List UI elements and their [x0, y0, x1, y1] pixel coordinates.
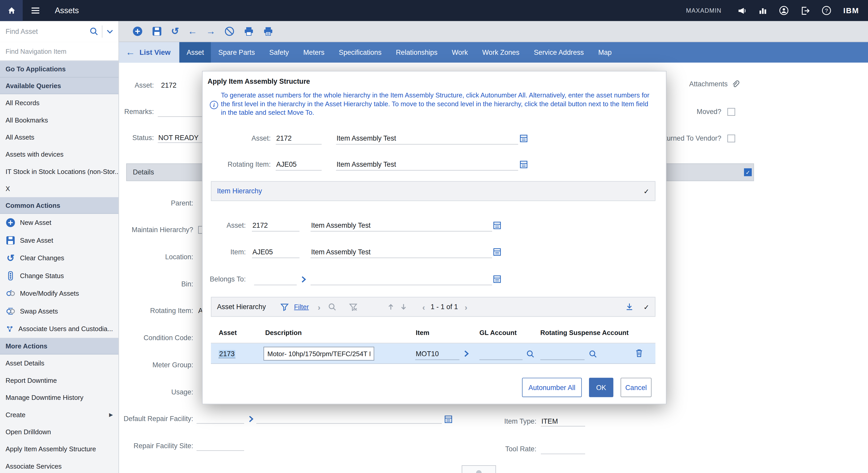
filter-button[interactable] — [280, 302, 289, 311]
advanced-search-dropdown[interactable] — [106, 27, 118, 35]
table-search-button[interactable] — [328, 302, 336, 311]
modal-asset-field[interactable] — [276, 144, 322, 145]
default-repair-facility-detail-menu[interactable] — [444, 415, 452, 423]
help-button[interactable]: ? — [822, 5, 832, 16]
row-delete-button[interactable] — [634, 348, 644, 358]
move-row-down-button[interactable] — [399, 302, 408, 311]
item-hierarchy-section-bar[interactable]: Item Hierarchy ✓ — [211, 181, 655, 201]
cancel-button[interactable]: Cancel — [621, 378, 652, 397]
col-rotating-suspense-account[interactable]: Rotating Suspense Account — [540, 329, 628, 337]
modal-rotating-item-desc-field[interactable] — [336, 170, 518, 171]
row-item-value[interactable]: MOT10 — [416, 350, 439, 358]
status-field[interactable] — [158, 142, 207, 143]
row-gl-account-lookup[interactable] — [526, 350, 535, 358]
tab-relationships[interactable]: Relationships — [389, 42, 445, 63]
tab-specifications[interactable]: Specifications — [332, 42, 389, 63]
ih-item-desc-field[interactable] — [311, 258, 492, 258]
ih-asset-detail-menu[interactable] — [493, 221, 501, 229]
moved-checkbox[interactable] — [727, 108, 735, 116]
default-repair-facility-field[interactable] — [196, 423, 244, 424]
previous-record-button[interactable]: ← — [188, 27, 197, 36]
repair-facility-site-field[interactable] — [196, 450, 244, 451]
query-all-bookmarks[interactable]: All Bookmarks — [0, 111, 119, 128]
action-swap-assets[interactable]: Swap Assets — [0, 302, 119, 320]
belongs-to-detail-arrow[interactable] — [300, 276, 307, 283]
row-gl-account-field[interactable] — [479, 359, 523, 360]
row-item-detail-arrow[interactable] — [463, 350, 470, 357]
item-type-field[interactable] — [541, 426, 585, 426]
tab-safety[interactable]: Safety — [262, 42, 296, 63]
row-rotating-suspense-field[interactable] — [540, 359, 584, 360]
sign-out-button[interactable] — [801, 6, 810, 15]
action-change-status[interactable]: Change Status — [0, 267, 119, 285]
action-create[interactable]: Create ▶ — [0, 406, 119, 423]
sidebar-more-actions-header[interactable]: More Actions — [0, 338, 119, 354]
find-search-button[interactable] — [89, 27, 98, 36]
filter-link[interactable]: Filter — [294, 303, 309, 311]
ih-asset-desc[interactable]: Item Assembly Test — [311, 221, 370, 229]
tab-work-zones[interactable]: Work Zones — [475, 42, 527, 63]
next-page-button[interactable]: › — [464, 302, 467, 312]
asset-value[interactable]: 2172 — [161, 82, 177, 89]
sidebar-common-actions-header[interactable]: Common Actions — [0, 197, 119, 214]
print-button[interactable] — [244, 26, 254, 37]
modal-asset-detail-menu[interactable] — [520, 135, 528, 142]
remarks-field[interactable] — [158, 116, 203, 117]
modal-asset-desc[interactable]: Item Assembly Test — [337, 135, 396, 142]
default-repair-facility-desc-field[interactable] — [256, 423, 442, 424]
query-x[interactable]: X — [0, 180, 119, 197]
ih-item-desc[interactable]: Item Assembly Test — [311, 248, 370, 256]
ih-asset-desc-field[interactable] — [311, 231, 492, 232]
find-navigation-input[interactable] — [0, 47, 119, 55]
row-rotating-suspense-lookup[interactable] — [588, 350, 597, 358]
announcements-button[interactable] — [738, 6, 747, 15]
action-associate-services[interactable]: Associate Services — [0, 457, 119, 473]
action-report-downtime[interactable]: Report Downtime — [0, 372, 119, 389]
profile-button[interactable] — [779, 5, 789, 16]
col-description[interactable]: Description — [265, 329, 302, 337]
modal-rotating-item-value[interactable]: AJE05 — [276, 160, 297, 168]
download-button[interactable] — [625, 302, 633, 311]
action-save-asset[interactable]: Save Asset — [0, 232, 119, 249]
action-clear-changes[interactable]: ↺ Clear Changes — [0, 249, 119, 267]
home-button[interactable] — [0, 0, 23, 21]
expand-filter-chevron[interactable]: › — [318, 302, 320, 312]
belongs-to-desc-field[interactable] — [311, 285, 492, 285]
modal-rotating-item-detail-menu[interactable] — [520, 160, 528, 168]
query-all-records[interactable]: All Records — [0, 94, 119, 111]
tab-map[interactable]: Map — [591, 42, 619, 63]
action-open-drilldown[interactable]: Open Drilldown — [0, 423, 119, 440]
query-assets-with-devices[interactable]: Assets with devices — [0, 146, 119, 163]
next-record-button[interactable]: → — [206, 27, 215, 36]
item-hierarchy-maximize-toggle[interactable]: ✓ — [644, 187, 649, 195]
returned-to-vendor-checkbox[interactable] — [727, 135, 735, 142]
row-asset-value[interactable]: 2173 — [219, 350, 235, 358]
list-view-button[interactable]: ← List View — [119, 42, 180, 63]
modal-asset-desc-field[interactable] — [336, 144, 518, 145]
tab-meters[interactable]: Meters — [296, 42, 332, 63]
sidebar-goto-applications[interactable]: Go To Applications — [0, 61, 119, 78]
row-item-field[interactable] — [415, 359, 459, 360]
ih-asset-value[interactable]: 2172 — [252, 221, 268, 229]
ok-button[interactable]: OK — [589, 378, 613, 397]
tab-spare-parts[interactable]: Spare Parts — [211, 42, 262, 63]
ih-item-value[interactable]: AJE05 — [252, 248, 273, 256]
new-record-button[interactable] — [132, 26, 143, 37]
action-apply-item-assembly-structure[interactable]: Apply Item Assembly Structure — [0, 440, 119, 457]
table-maximize-toggle[interactable]: ✓ — [644, 303, 649, 311]
previous-page-button[interactable]: ‹ — [423, 302, 425, 312]
print-with-attachments-button[interactable] — [263, 26, 274, 37]
tab-work[interactable]: Work — [444, 42, 475, 63]
modal-asset-value[interactable]: 2172 — [276, 135, 292, 142]
attachments-label[interactable]: Attachments — [689, 80, 728, 88]
action-associate-users[interactable]: Associate Users and Custodia... — [0, 320, 119, 338]
reports-button[interactable] — [758, 6, 767, 15]
modal-rotating-item-desc[interactable]: Item Assembly Test — [337, 160, 396, 168]
query-it-stock[interactable]: IT Stock in Stock Locations (non-Stor... — [0, 163, 119, 180]
modal-rotating-item-field[interactable] — [276, 170, 322, 171]
action-move-modify-assets[interactable]: Move/Modify Assets — [0, 285, 119, 302]
action-asset-details[interactable]: Asset Details — [0, 354, 119, 372]
query-all-assets[interactable]: All Assets — [0, 128, 119, 146]
ih-item-detail-menu[interactable] — [493, 248, 501, 256]
tab-asset[interactable]: Asset — [180, 42, 211, 63]
